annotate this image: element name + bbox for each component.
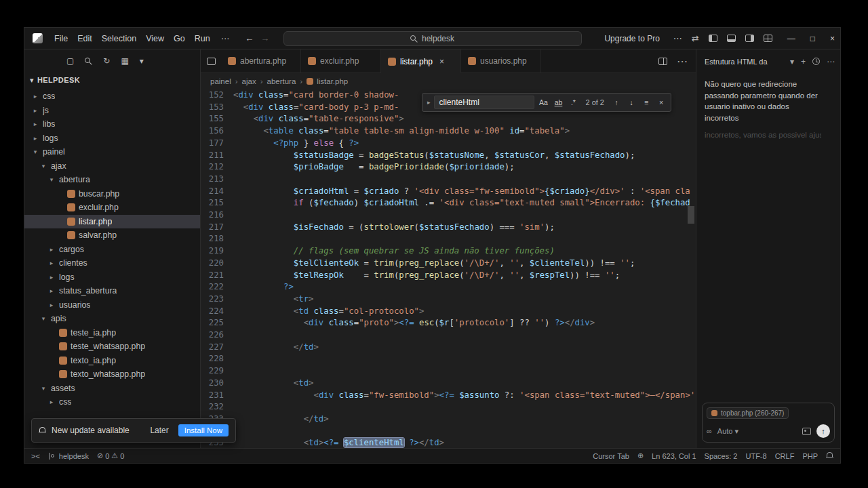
chevron-down-icon[interactable]: ▾ <box>140 56 144 66</box>
tree-item-label: usuarios <box>59 300 90 310</box>
breadcrumb-item[interactable]: abertura <box>267 77 296 85</box>
split-editor-icon[interactable] <box>658 58 667 65</box>
code-editor[interactable]: 152<div class="card border-0 shadow-153 … <box>201 89 696 448</box>
menu-selection[interactable]: Selection <box>97 32 141 45</box>
tree-folder-libs[interactable]: ▸libs <box>24 117 200 131</box>
command-center-search[interactable]: helpdesk <box>283 31 582 46</box>
code-line: 221 $telRespOk = trim(preg_replace('/\D+… <box>201 270 696 282</box>
language-mode-item[interactable]: PHP <box>802 452 818 460</box>
menu-run[interactable]: Run <box>190 32 215 45</box>
tree-file-texto_whatsapp.php[interactable]: texto_whatsapp.php <box>24 367 200 382</box>
chat-input-box[interactable]: topbar.php (260-267) ∞ Auto ▾ ↑ <box>702 403 835 443</box>
sync-icon[interactable]: ⇄ <box>692 33 699 43</box>
next-match-icon[interactable]: ↓ <box>625 96 637 108</box>
more-chat-actions-icon[interactable]: ⋯ <box>827 57 835 66</box>
find-input[interactable] <box>434 96 534 109</box>
more-actions-icon[interactable]: ⋯ <box>673 33 682 43</box>
tree-folder-ajax[interactable]: ▾ajax <box>24 159 200 174</box>
toggle-sidebar-icon[interactable] <box>709 35 717 42</box>
model-picker[interactable]: Auto ▾ <box>717 427 738 436</box>
line-col-item[interactable]: Ln 623, Col 1 <box>652 452 696 460</box>
workspace-section-header[interactable]: ▾ HELPDESK <box>24 73 200 87</box>
breadcrumb-item[interactable]: painel <box>210 77 231 85</box>
title-bar: FileEditSelectionViewGoRun ⋯ ← → helpdes… <box>24 28 840 49</box>
install-now-button[interactable]: Install Now <box>178 424 229 436</box>
context-chip[interactable]: topbar.php (260-267) <box>707 407 789 419</box>
refresh-icon[interactable]: ↻ <box>103 56 110 66</box>
search-icon[interactable] <box>85 58 92 65</box>
forward-icon[interactable]: → <box>260 33 269 43</box>
menu-view[interactable]: View <box>141 32 169 45</box>
toggle-secondary-sidebar-icon[interactable] <box>745 35 754 42</box>
problems-item[interactable]: ⊘ 0 ⚠ 0 <box>97 451 124 460</box>
previous-match-icon[interactable]: ↑ <box>610 96 623 108</box>
tree-folder-css[interactable]: ▸css <box>24 395 200 409</box>
tree-folder-css[interactable]: ▸css <box>24 89 200 104</box>
notifications-item[interactable] <box>826 452 833 460</box>
match-case-icon[interactable]: Aa <box>537 96 549 108</box>
tree-file-listar.php[interactable]: listar.php <box>24 215 200 229</box>
collapse-folders-icon[interactable]: ▦ <box>121 56 128 66</box>
breadcrumb-item[interactable]: listar.php <box>307 77 348 85</box>
find-in-selection-icon[interactable]: ≡ <box>640 96 652 108</box>
chat-tab-title[interactable]: Estrutura HTML da <box>705 58 768 66</box>
cursor-tab-item[interactable]: Cursor Tab <box>593 452 629 460</box>
tree-folder-apis[interactable]: ▾apis <box>24 312 200 326</box>
tree-folder-status_abertura[interactable]: ▸status_abertura <box>24 284 200 298</box>
agent-mode-icon[interactable]: ∞ <box>707 427 712 435</box>
menu-go[interactable]: Go <box>169 32 190 45</box>
encoding-item[interactable]: UTF-8 <box>745 452 766 460</box>
restore-button[interactable]: □ <box>810 34 815 43</box>
customize-layout-icon[interactable] <box>764 35 772 42</box>
back-icon[interactable]: ← <box>245 33 254 43</box>
toggle-panel-icon[interactable] <box>727 35 736 42</box>
globe-icon[interactable]: ⊕ <box>637 451 644 460</box>
close-find-icon[interactable]: × <box>655 96 667 108</box>
tree-file-teste_whatsapp.php[interactable]: teste_whatsapp.php <box>24 340 200 354</box>
tab-usuarios.php[interactable]: usuarios.php <box>461 49 541 73</box>
indentation-item[interactable]: Spaces: 2 <box>705 452 738 460</box>
send-button[interactable]: ↑ <box>816 424 830 438</box>
tree-folder-abertura[interactable]: ▾abertura <box>24 173 200 187</box>
toggle-replace-icon[interactable]: ▸ <box>426 99 432 106</box>
tree-file-texto_ia.php[interactable]: texto_ia.php <box>24 354 200 368</box>
tab-abertura.php[interactable]: abertura.php <box>221 49 301 73</box>
remote-indicator[interactable]: >< <box>31 452 40 460</box>
tree-folder-assets[interactable]: ▾assets <box>24 382 200 396</box>
later-button[interactable]: Later <box>146 424 172 436</box>
tab-listar.php[interactable]: listar.php× <box>381 49 461 73</box>
open-editors-icon[interactable] <box>201 49 221 73</box>
new-chat-icon[interactable]: + <box>801 57 806 66</box>
tree-folder-logs[interactable]: ▸logs <box>24 131 200 146</box>
whole-word-icon[interactable]: ab <box>552 96 564 108</box>
tab-excluir.php[interactable]: excluir.php <box>301 49 381 73</box>
tree-file-teste_ia.php[interactable]: teste_ia.php <box>24 326 200 340</box>
close-button[interactable]: × <box>830 34 835 43</box>
history-icon[interactable] <box>812 58 820 65</box>
explorer-sidebar: ▢ ↻ ▦ ▾ ▾ HELPDESK ▸css▸js▸libs▸logs▾pai… <box>24 49 201 448</box>
upgrade-to-pro-button[interactable]: Upgrade to Pro <box>600 33 663 45</box>
tree-folder-painel[interactable]: ▾painel <box>24 145 200 159</box>
regex-icon[interactable]: .* <box>567 96 579 108</box>
breadcrumb-item[interactable]: ajax <box>242 77 256 85</box>
tree-file-buscar.php[interactable]: buscar.php <box>24 187 200 201</box>
more-editor-actions-icon[interactable]: ⋯ <box>677 55 688 68</box>
new-file-icon[interactable]: ▢ <box>66 56 74 66</box>
menu-edit[interactable]: Edit <box>73 32 97 45</box>
tree-file-salvar.php[interactable]: salvar.php <box>24 228 200 243</box>
tree-file-excluir.php[interactable]: excluir.php <box>24 201 200 215</box>
minimize-button[interactable]: — <box>787 34 795 43</box>
close-tab-icon[interactable]: × <box>439 57 444 66</box>
scrollbar-thumb[interactable] <box>688 206 694 224</box>
menu-file[interactable]: File <box>50 32 73 45</box>
tree-folder-cargos[interactable]: ▸cargos <box>24 243 200 257</box>
tree-folder-clientes[interactable]: ▸clientes <box>24 256 200 270</box>
tree-folder-usuarios[interactable]: ▸usuarios <box>24 298 200 312</box>
tree-folder-js[interactable]: ▸js <box>24 104 200 118</box>
eol-item[interactable]: CRLF <box>775 452 795 460</box>
attach-image-icon[interactable] <box>802 428 811 435</box>
git-branch-item[interactable]: helpdesk <box>48 452 89 460</box>
tree-folder-logs[interactable]: ▸logs <box>24 270 200 285</box>
menu-more-icon[interactable]: ⋯ <box>216 31 235 45</box>
chevron-down-icon[interactable]: ▾ <box>790 57 794 66</box>
